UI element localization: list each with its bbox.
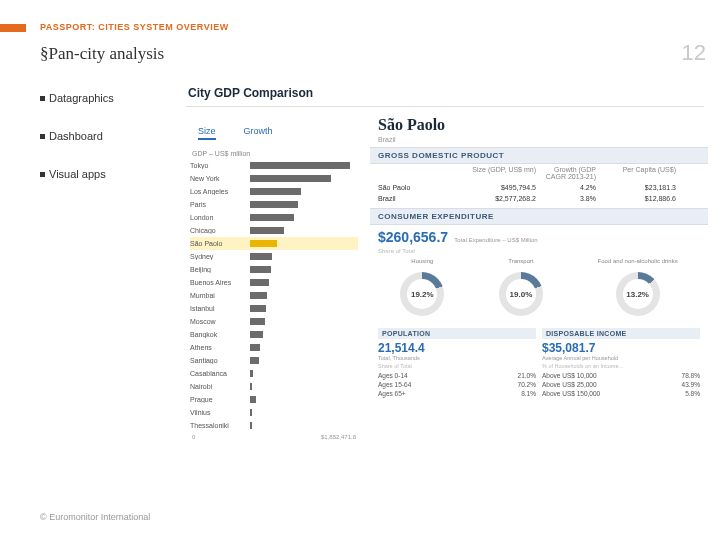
city-bar-label: London [190,214,250,221]
ring-chart: 19.2% [400,272,444,316]
ring-label: Housing [400,258,444,270]
divider [186,106,704,107]
city-bar [250,253,272,260]
city-bar-row[interactable]: Mumbai [190,289,358,302]
tab-growth[interactable]: Growth [244,126,273,140]
city-bar [250,305,266,312]
city-bar-row[interactable]: Bangkok [190,328,358,341]
city-bar-row[interactable]: Istanbul [190,302,358,315]
city-bar-row[interactable]: Santiago [190,354,358,367]
city-bar-row[interactable]: Prague [190,393,358,406]
city-bar [250,409,252,416]
ring-item: Food and non-alcoholic drinks13.2% [598,258,678,316]
income-value: $35,081.7 [542,339,700,355]
ring-chart: 19.0% [499,272,543,316]
stat-key: Above US$ 10,000 [542,372,597,379]
city-bar-row[interactable]: Athens [190,341,358,354]
selected-city-name: São Paolo [378,116,445,134]
lower-two-col: POPULATION 21,514.4 Total, Thousands Sha… [370,324,708,398]
bar-chart-panel: Size Growth GDP – US$ million TokyoNew Y… [182,126,366,440]
x-tick: 0 [192,434,195,440]
ring-label: Food and non-alcoholic drinks [598,258,678,270]
city-bar-label: Chicago [190,227,250,234]
consumer-block: $260,656.7 Total Expenditure – US$ Milli… [370,225,708,324]
city-bar-label: Sydney [190,253,250,260]
city-bar [250,383,252,390]
city-bar-label: Nairobi [190,383,250,390]
city-bar-row[interactable]: Los Angeles [190,185,358,198]
city-bar-row[interactable]: Moscow [190,315,358,328]
city-bar-label: Prague [190,396,250,403]
tab-size[interactable]: Size [198,126,216,140]
sidebar-item-datagraphics: Datagraphics [40,92,160,104]
city-bar-label: Beijing [190,266,250,273]
stat-key: Ages 15-64 [378,381,411,388]
city-bar-label: Santiago [190,357,250,364]
stat-row: Above US$ 150,0005.8% [542,389,700,398]
ring-chart: 13.2% [616,272,660,316]
stat-row: Above US$ 25,00043.9% [542,380,700,389]
city-bar-row[interactable]: São Paolo [190,237,358,250]
population-header: POPULATION [378,328,536,339]
city-bar-row[interactable]: Paris [190,198,358,211]
city-bar-row[interactable]: Thessaloniki [190,419,358,432]
ring-item: Transport19.0% [499,258,543,316]
ring-pct: 13.2% [626,290,649,299]
gdp-percap-value: $12,886.6 [596,195,676,202]
consumer-share-label: Share of Total [378,245,700,254]
accent-tab [0,24,26,32]
city-bar [250,240,277,247]
income-header: DISPOSABLE INCOME [542,328,700,339]
city-bar-row[interactable]: Sydney [190,250,358,263]
gdp-size-value: $2,577,268.2 [456,195,536,202]
sidebar-item-dashboard: Dashboard [40,130,160,142]
city-bar-row[interactable]: New York [190,172,358,185]
city-bar-row[interactable]: Buenos Aires [190,276,358,289]
gdp-col-blank [378,166,456,180]
city-bar [250,227,284,234]
stat-value: 5.8% [685,390,700,397]
sidebar-item-label: Dashboard [49,130,103,142]
city-bar-row[interactable]: Beijing [190,263,358,276]
city-bar-row[interactable]: London [190,211,358,224]
square-bullet-icon [40,96,45,101]
gdp-row-country: Brazil $2,577,268.2 3.8% $12,886.6 [378,191,700,202]
city-bar-row[interactable]: Casablanca [190,367,358,380]
gdp-col-growth: Growth (GDP CAGR 2013-21) [536,166,596,180]
bullet-sidebar: Datagraphics Dashboard Visual apps [40,92,160,206]
income-section: DISPOSABLE INCOME $35,081.7 Average Annu… [542,328,700,398]
consumer-sub: Total Expenditure – US$ Million [454,237,537,243]
city-bar-label: New York [190,175,250,182]
ring-label: Transport [499,258,543,270]
city-bar-row[interactable]: Nairobi [190,380,358,393]
city-bar-row[interactable]: Tokyo [190,159,358,172]
section-gdp: GROSS DOMESTIC PRODUCT [370,147,708,164]
gdp-growth-value: 4.2% [536,184,596,191]
sidebar-item-visual-apps: Visual apps [40,168,160,180]
stat-row: Above US$ 10,00078.8% [542,371,700,380]
ring-pct: 19.2% [411,290,434,299]
stat-key: Above US$ 150,000 [542,390,600,397]
gdp-col-size: Size (GDP, US$ mn) [456,166,536,180]
gdp-row-label: Brazil [378,195,456,202]
population-share-label: Share of Total [378,361,536,371]
city-bar [250,344,260,351]
city-bar-label: Moscow [190,318,250,325]
city-bar-row[interactable]: Vilnius [190,406,358,419]
city-bar [250,357,259,364]
city-bar [250,201,298,208]
gdp-col-percap: Per Capita (US$) [596,166,676,180]
population-rows: Ages 0-1421.0%Ages 15-6470.2%Ages 65+8.1… [378,371,536,398]
ring-item: Housing19.2% [400,258,444,316]
stat-value: 78.8% [682,372,700,379]
city-bar [250,279,269,286]
stat-value: 21.0% [518,372,536,379]
city-bar-row[interactable]: Chicago [190,224,358,237]
title-row: §Pan-city analysis 12 [40,44,706,64]
city-bar-label: Casablanca [190,370,250,377]
stat-key: Ages 65+ [378,390,406,397]
city-bar [250,214,294,221]
stat-key: Above US$ 25,000 [542,381,597,388]
city-bar-label: Mumbai [190,292,250,299]
gdp-percap-value: $23,181.3 [596,184,676,191]
